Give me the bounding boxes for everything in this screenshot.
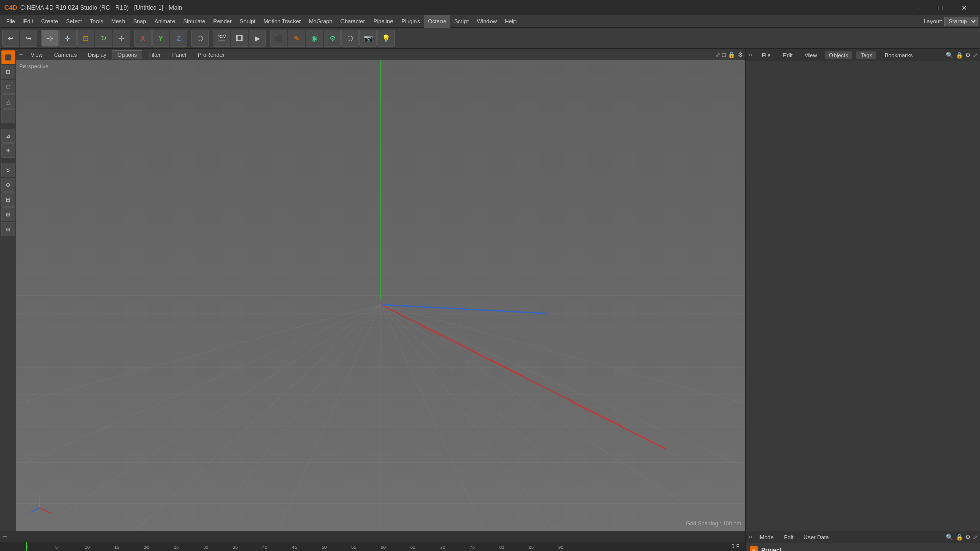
toolbar-camera-btn[interactable]: 📷 <box>359 30 377 47</box>
objects-tab-edit[interactable]: Edit <box>779 51 797 59</box>
menu-character[interactable]: Character <box>336 15 369 28</box>
maximize-button[interactable]: □ <box>929 0 952 15</box>
viewport-settings-icon[interactable]: ⚙ <box>738 51 743 58</box>
toolbar-material-btn[interactable]: ◉ <box>306 30 323 47</box>
objects-tab-view[interactable]: View <box>801 51 821 59</box>
attr-tab-userdata[interactable]: User Data <box>800 533 834 541</box>
svg-text:X: X <box>49 511 52 515</box>
menu-script[interactable]: Script <box>450 15 473 28</box>
toolbar-paint-btn[interactable]: ✎ <box>288 30 305 47</box>
viewport-tab-filter[interactable]: Filter <box>142 50 166 59</box>
attr-tab-edit[interactable]: Edit <box>780 533 798 541</box>
toolbar-light-btn[interactable]: 💡 <box>377 30 395 47</box>
viewport-maximize-icon[interactable]: □ <box>722 51 726 58</box>
left-checker-btn[interactable]: ⊞ <box>1 65 15 79</box>
menu-tools[interactable]: Tools <box>86 15 107 28</box>
menu-animate[interactable]: Animate <box>151 15 179 28</box>
menu-sculpt[interactable]: Sculpt <box>236 15 260 28</box>
left-point-btn[interactable]: · <box>1 109 15 123</box>
toolbar-render-region-btn[interactable]: 🎬 <box>213 30 230 47</box>
left-poly-btn[interactable]: ⬡ <box>1 80 15 94</box>
toolbar-z-axis-btn[interactable]: Z <box>170 30 187 47</box>
attr-handle <box>748 536 753 538</box>
viewport-tab-view[interactable]: View <box>25 50 48 59</box>
menu-select[interactable]: Select <box>62 15 86 28</box>
menu-help[interactable]: Help <box>501 15 521 28</box>
left-tool4-btn[interactable]: ⊞ <box>1 192 15 207</box>
viewport-expand-icon[interactable]: ⤢ <box>715 51 720 58</box>
toolbar-shader-btn[interactable]: ⚙ <box>324 30 341 47</box>
toolbar-render-active-btn[interactable]: ▶ <box>249 30 266 47</box>
viewport-tab-display[interactable]: Display <box>82 50 112 59</box>
toolbar-scale-btn[interactable]: ⊡ <box>77 30 94 47</box>
viewport-header: View Cameras Display Options Filter Pane… <box>16 49 745 60</box>
viewport-tab-options[interactable]: Options <box>112 50 142 59</box>
objects-settings-icon[interactable]: ⚙ <box>965 52 971 59</box>
left-tool2-btn[interactable]: ☀ <box>1 143 15 158</box>
viewport-lock-icon[interactable]: 🔒 <box>728 51 736 58</box>
toolbar-select-mode-btn[interactable]: ⊹ <box>41 30 59 47</box>
menu-window[interactable]: Window <box>473 15 501 28</box>
window-controls[interactable]: ─ □ ✕ <box>905 0 976 15</box>
viewport-tab-cameras[interactable]: Cameras <box>48 50 83 59</box>
menu-mesh[interactable]: Mesh <box>107 15 129 28</box>
toolbar-x-axis-btn[interactable]: X <box>134 30 152 47</box>
menu-create[interactable]: Create <box>37 15 62 28</box>
menu-snap[interactable]: Snap <box>129 15 151 28</box>
attr-settings-icon[interactable]: ⚙ <box>965 534 971 541</box>
timeline-5-label: 5 <box>55 545 58 550</box>
objects-tab-bookmarks[interactable]: Bookmarks <box>880 51 917 59</box>
objects-search-icon[interactable]: 🔍 <box>946 52 953 59</box>
close-button[interactable]: ✕ <box>952 0 976 15</box>
menu-pipeline[interactable]: Pipeline <box>369 15 397 28</box>
toolbar-render-group: 🎬 🎞 ▶ <box>213 30 266 47</box>
objects-tab-tags[interactable]: Tags <box>856 51 876 59</box>
left-cube-btn[interactable]: ⬛ <box>1 50 15 64</box>
toolbar-topology-btn[interactable]: ⬡ <box>341 30 359 47</box>
toolbar-redo-btn[interactable]: ↪ <box>20 30 37 47</box>
toolbar-render-view-btn[interactable]: 🎞 <box>231 30 248 47</box>
left-tool1-btn[interactable]: ⊿ <box>1 129 15 143</box>
attr-title-row: P Project <box>746 543 980 551</box>
left-spline-btn[interactable]: S <box>1 163 15 177</box>
toolbar-undo-btn[interactable]: ↩ <box>2 30 19 47</box>
minimize-button[interactable]: ─ <box>905 0 929 15</box>
menu-mograph[interactable]: MoGraph <box>305 15 336 28</box>
toolbar-transform-btn[interactable]: ✛ <box>113 30 130 47</box>
menu-file[interactable]: File <box>2 15 19 28</box>
attr-tab-mode[interactable]: Mode <box>755 533 778 541</box>
toolbar-move-btn[interactable]: ✛ <box>59 30 77 47</box>
viewport-tab-panel[interactable]: Panel <box>166 50 192 59</box>
attr-lock-icon[interactable]: 🔒 <box>955 534 963 541</box>
toolbar-cube-btn[interactable]: ⬛ <box>270 30 287 47</box>
toolbar-rotate-btn[interactable]: ↻ <box>95 30 112 47</box>
menu-plugins[interactable]: Plugins <box>397 15 424 28</box>
toolbar-left-group: ↩ ↪ <box>2 30 37 47</box>
attr-icons: 🔍 🔒 ⚙ ⤢ <box>946 534 978 541</box>
layout-select[interactable]: Startup <box>944 17 978 26</box>
left-edge-btn[interactable]: △ <box>1 94 15 109</box>
menu-octane[interactable]: Octane <box>424 15 450 28</box>
toolbar-view-group: ⬛ ✎ ◉ ⚙ ⬡ 📷 💡 <box>270 30 395 47</box>
viewport-canvas[interactable]: Perspective <box>16 60 745 531</box>
menu-simulate[interactable]: Simulate <box>179 15 209 28</box>
menu-motiontracker[interactable]: Motion Tracker <box>259 15 305 28</box>
viewport-tab-prorender[interactable]: ProRender <box>192 50 230 59</box>
objects-expand-icon[interactable]: ⤢ <box>973 52 978 59</box>
attr-expand-icon[interactable]: ⤢ <box>973 534 978 541</box>
objects-lock-icon[interactable]: 🔒 <box>955 52 963 59</box>
objects-tab-file[interactable]: File <box>757 51 775 59</box>
timeline-ruler[interactable]: 0 5 10 15 20 25 30 35 40 45 50 55 60 65 … <box>0 542 745 551</box>
toolbar-object-btn[interactable]: ⬡ <box>191 30 209 47</box>
timeline-area: 0 5 10 15 20 25 30 35 40 45 50 55 60 65 … <box>0 531 745 551</box>
left-tool5-btn[interactable]: ⊠ <box>1 207 15 221</box>
menu-render[interactable]: Render <box>209 15 236 28</box>
menu-edit[interactable]: Edit <box>19 15 37 28</box>
timeline-0-label: 0 <box>26 544 28 549</box>
timeline-header <box>0 531 745 542</box>
left-tool6-btn[interactable]: ⊗ <box>1 222 15 236</box>
objects-tab-objects[interactable]: Objects <box>825 51 852 59</box>
toolbar-y-axis-btn[interactable]: Y <box>152 30 169 47</box>
attr-search-icon[interactable]: 🔍 <box>946 534 953 541</box>
left-tool3-btn[interactable]: ⊕ <box>1 178 15 192</box>
